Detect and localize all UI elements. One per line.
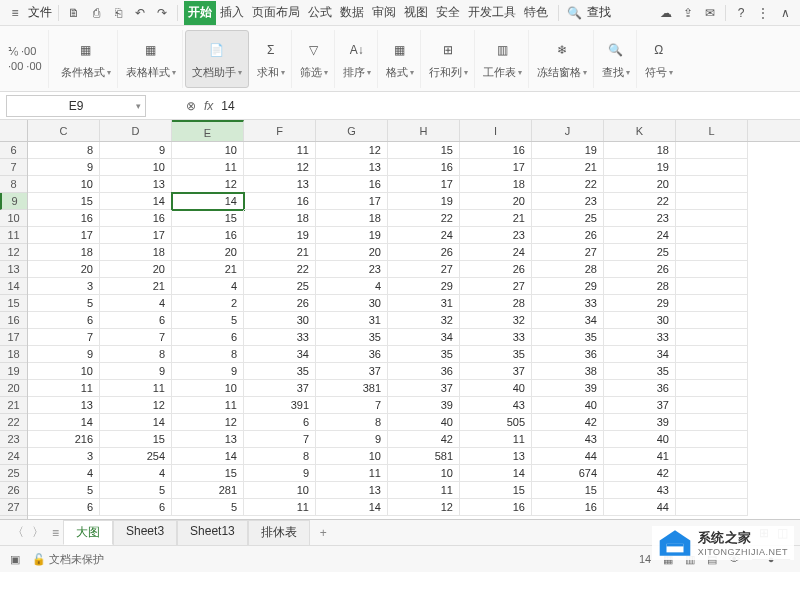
cell[interactable]: 9 [28, 346, 100, 363]
cell[interactable]: 27 [460, 278, 532, 295]
cell[interactable]: 36 [604, 380, 676, 397]
row-header[interactable]: 13 [0, 261, 27, 278]
search-icon[interactable]: 🔍 [565, 4, 583, 22]
cloud-icon[interactable]: ☁ [657, 4, 675, 22]
cell[interactable]: 16 [100, 210, 172, 227]
cell[interactable]: 16 [244, 193, 316, 210]
cell[interactable]: 20 [460, 193, 532, 210]
cell[interactable]: 35 [460, 346, 532, 363]
row-header[interactable]: 9 [0, 193, 27, 210]
feedback-icon[interactable]: ✉ [701, 4, 719, 22]
ribbon-tab[interactable]: 公式 [304, 1, 336, 25]
ribbon-查找[interactable]: 🔍查找▾ [596, 30, 637, 88]
fx-icon[interactable]: fx [204, 99, 213, 113]
ribbon-tab[interactable]: 特色 [520, 1, 552, 25]
cell[interactable]: 22 [244, 261, 316, 278]
row-header[interactable]: 7 [0, 159, 27, 176]
cell[interactable] [676, 346, 748, 363]
cell[interactable]: 11 [388, 482, 460, 499]
cell[interactable]: 26 [460, 261, 532, 278]
cell[interactable]: 9 [28, 159, 100, 176]
cell[interactable]: 17 [28, 227, 100, 244]
cell[interactable] [676, 380, 748, 397]
cell[interactable]: 10 [172, 142, 244, 159]
cell[interactable]: 12 [316, 142, 388, 159]
cell[interactable]: 11 [244, 499, 316, 516]
row-header[interactable]: 6 [0, 142, 27, 159]
row-header[interactable]: 8 [0, 176, 27, 193]
cell[interactable]: 23 [604, 210, 676, 227]
cell[interactable]: 10 [28, 176, 100, 193]
cell[interactable]: 26 [388, 244, 460, 261]
cell[interactable]: 16 [28, 210, 100, 227]
cell[interactable]: 32 [388, 312, 460, 329]
cell[interactable]: 10 [100, 159, 172, 176]
cell[interactable]: 11 [172, 159, 244, 176]
cell[interactable]: 6 [28, 499, 100, 516]
cell[interactable]: 34 [388, 329, 460, 346]
row-header[interactable]: 14 [0, 278, 27, 295]
cell[interactable] [676, 278, 748, 295]
cell[interactable]: 12 [172, 414, 244, 431]
cell[interactable]: 21 [460, 210, 532, 227]
ribbon-tab[interactable]: 开发工具 [464, 1, 520, 25]
row-header[interactable]: 20 [0, 380, 27, 397]
cell[interactable]: 14 [172, 448, 244, 465]
cell[interactable]: 10 [388, 465, 460, 482]
cell[interactable]: 19 [604, 159, 676, 176]
cell[interactable]: 6 [100, 499, 172, 516]
cell[interactable]: 7 [28, 329, 100, 346]
row-header[interactable]: 10 [0, 210, 27, 227]
cell[interactable]: 391 [244, 397, 316, 414]
column-header[interactable]: J [532, 120, 604, 141]
cell[interactable]: 20 [172, 244, 244, 261]
cell[interactable]: 43 [460, 397, 532, 414]
cell[interactable]: 12 [100, 397, 172, 414]
cell[interactable]: 37 [388, 380, 460, 397]
sheet-nav-prev[interactable]: 〈 [8, 524, 28, 541]
cell[interactable]: 19 [244, 227, 316, 244]
cell[interactable]: 21 [532, 159, 604, 176]
cell[interactable]: 14 [460, 465, 532, 482]
cell[interactable]: 42 [604, 465, 676, 482]
cell[interactable] [676, 465, 748, 482]
cell[interactable]: 5 [28, 482, 100, 499]
cell[interactable]: 3 [28, 278, 100, 295]
cell[interactable]: 20 [604, 176, 676, 193]
cell[interactable]: 11 [100, 380, 172, 397]
cell[interactable]: 22 [604, 193, 676, 210]
cell[interactable]: 40 [460, 380, 532, 397]
cell[interactable]: 18 [100, 244, 172, 261]
cell[interactable]: 30 [244, 312, 316, 329]
row-header[interactable]: 17 [0, 329, 27, 346]
cell[interactable]: 27 [388, 261, 460, 278]
cell[interactable]: 43 [532, 431, 604, 448]
cell[interactable]: 254 [100, 448, 172, 465]
cell[interactable]: 4 [100, 465, 172, 482]
ribbon-求和[interactable]: Σ求和▾ [251, 30, 292, 88]
cell[interactable]: 16 [316, 176, 388, 193]
cell[interactable]: 36 [532, 346, 604, 363]
ribbon-符号[interactable]: Ω符号▾ [639, 30, 679, 88]
cell[interactable]: 13 [460, 448, 532, 465]
row-header[interactable]: 24 [0, 448, 27, 465]
cell[interactable]: 37 [244, 380, 316, 397]
cell[interactable]: 28 [604, 278, 676, 295]
row-header[interactable]: 12 [0, 244, 27, 261]
cell[interactable]: 33 [244, 329, 316, 346]
cell[interactable]: 6 [172, 329, 244, 346]
cell[interactable]: 34 [532, 312, 604, 329]
cell[interactable]: 13 [244, 176, 316, 193]
cell[interactable]: 16 [172, 227, 244, 244]
cell[interactable] [676, 482, 748, 499]
cell[interactable]: 39 [604, 414, 676, 431]
cell[interactable]: 7 [244, 431, 316, 448]
cell[interactable]: 15 [172, 210, 244, 227]
cell[interactable]: 42 [388, 431, 460, 448]
cell[interactable]: 5 [28, 295, 100, 312]
row-header[interactable]: 19 [0, 363, 27, 380]
column-header[interactable]: L [676, 120, 748, 141]
cell[interactable]: 7 [316, 397, 388, 414]
cell[interactable]: 26 [532, 227, 604, 244]
cell[interactable]: 26 [244, 295, 316, 312]
